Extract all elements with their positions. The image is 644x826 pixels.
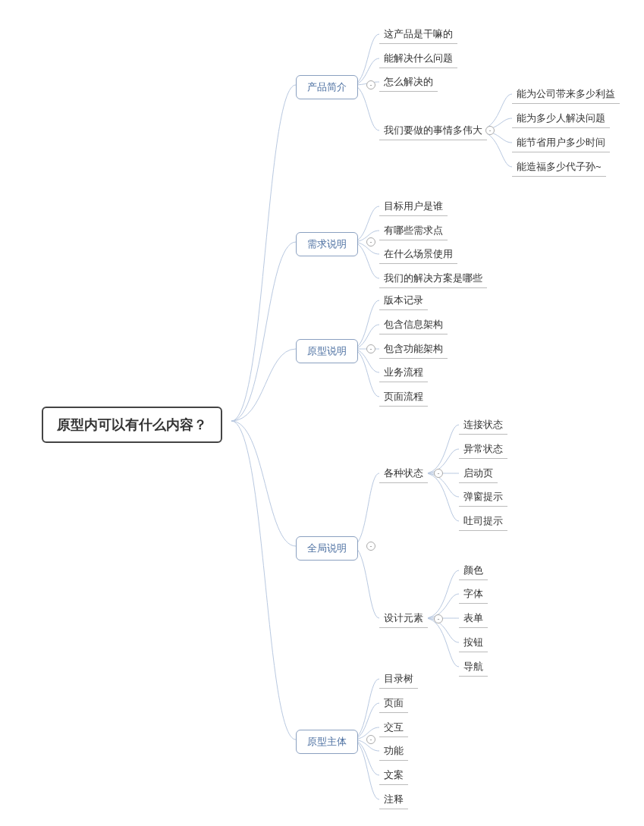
leaf-node[interactable]: 我们的解决方案是哪些 <box>379 269 487 288</box>
leaf-node[interactable]: 能解决什么问题 <box>379 49 457 68</box>
toggle-icon[interactable]: - <box>485 126 495 135</box>
leaf-node[interactable]: 页面流程 <box>379 387 428 407</box>
leaf-node[interactable]: 按钮 <box>459 633 488 652</box>
leaf-node[interactable]: 连接状态 <box>459 415 507 435</box>
leaf-node[interactable]: 在什么场景使用 <box>379 244 457 264</box>
leaf-node[interactable]: 我们要做的事情多伟大 <box>379 121 487 140</box>
toggle-icon[interactable]: - <box>366 237 375 247</box>
branch-requirements[interactable]: 需求说明 <box>296 232 358 256</box>
leaf-node[interactable]: 设计元素 <box>379 608 428 628</box>
leaf-node[interactable]: 有哪些需求点 <box>379 221 448 240</box>
leaf-node[interactable]: 交互 <box>379 718 408 737</box>
leaf-node[interactable]: 能造福多少代子孙~ <box>512 157 606 177</box>
leaf-node[interactable]: 吐司提示 <box>459 511 507 531</box>
leaf-node[interactable]: 字体 <box>459 584 488 604</box>
leaf-node[interactable]: 注释 <box>379 790 408 809</box>
leaf-node[interactable]: 颜色 <box>459 561 488 580</box>
root-node[interactable]: 原型内可以有什么内容？ <box>42 407 222 443</box>
leaf-node[interactable]: 各种状态 <box>379 463 428 483</box>
leaf-node[interactable]: 异常状态 <box>459 439 507 459</box>
leaf-node[interactable]: 文案 <box>379 765 408 785</box>
branch-product-intro[interactable]: 产品简介 <box>296 75 358 99</box>
leaf-node[interactable]: 这产品是干嘛的 <box>379 24 457 44</box>
leaf-node[interactable]: 能为公司带来多少利益 <box>512 84 620 104</box>
toggle-icon[interactable]: - <box>366 735 375 744</box>
branch-prototype-desc[interactable]: 原型说明 <box>296 339 358 363</box>
leaf-node[interactable]: 包含功能架构 <box>379 339 448 359</box>
toggle-icon[interactable]: - <box>366 80 375 90</box>
leaf-node[interactable]: 功能 <box>379 741 408 761</box>
toggle-icon[interactable]: - <box>366 344 375 353</box>
leaf-node[interactable]: 导航 <box>459 657 488 677</box>
leaf-node[interactable]: 目标用户是谁 <box>379 196 448 216</box>
leaf-node[interactable]: 业务流程 <box>379 363 428 382</box>
leaf-node[interactable]: 弹窗提示 <box>459 487 507 507</box>
leaf-node[interactable]: 启动页 <box>459 463 498 483</box>
toggle-icon[interactable]: - <box>434 469 443 478</box>
leaf-node[interactable]: 页面 <box>379 693 408 713</box>
leaf-node[interactable]: 目录树 <box>379 669 418 689</box>
leaf-node[interactable]: 能为多少人解决问题 <box>512 108 610 128</box>
leaf-node[interactable]: 怎么解决的 <box>379 72 438 92</box>
leaf-node[interactable]: 能节省用户多少时间 <box>512 133 610 152</box>
leaf-node[interactable]: 包含信息架构 <box>379 315 448 334</box>
branch-prototype-body[interactable]: 原型主体 <box>296 730 358 754</box>
toggle-icon[interactable]: - <box>366 542 375 551</box>
toggle-icon[interactable]: - <box>434 614 443 623</box>
leaf-node[interactable]: 版本记录 <box>379 291 428 310</box>
leaf-node[interactable]: 表单 <box>459 608 488 628</box>
branch-global-desc[interactable]: 全局说明 <box>296 536 358 561</box>
